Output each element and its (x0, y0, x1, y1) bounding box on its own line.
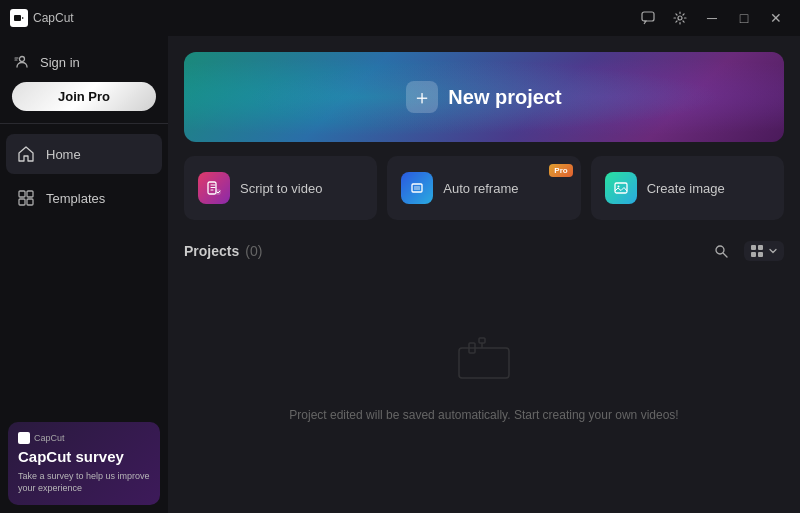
svg-rect-13 (615, 183, 627, 193)
new-project-label: New project (448, 86, 561, 109)
app-logo: CapCut (10, 9, 74, 27)
svg-rect-0 (14, 15, 21, 21)
projects-tools (706, 236, 784, 266)
svg-rect-12 (414, 186, 420, 190)
sidebar-item-home[interactable]: Home (6, 134, 162, 174)
svg-rect-6 (27, 191, 33, 197)
quick-actions: Script to video Auto reframe Pro (184, 156, 784, 220)
app-title: CapCut (33, 11, 74, 25)
sidebar-item-templates[interactable]: Templates (6, 178, 162, 218)
svg-point-3 (678, 16, 682, 20)
minimize-button[interactable]: ─ (698, 4, 726, 32)
sidebar: Sign in Join Pro Home (0, 36, 168, 513)
svg-point-4 (20, 57, 25, 62)
projects-header: Projects (0) (184, 236, 784, 266)
survey-logo: CapCut (18, 432, 150, 444)
join-pro-button[interactable]: Join Pro (12, 82, 156, 111)
chat-button[interactable] (634, 4, 662, 32)
sidebar-top: Sign in Join Pro (0, 36, 168, 124)
svg-point-10 (215, 189, 221, 195)
svg-point-15 (716, 246, 724, 254)
svg-rect-7 (19, 199, 25, 205)
title-bar-left: CapCut (10, 9, 74, 27)
title-bar: CapCut ─ □ ✕ (0, 0, 800, 36)
image-icon (605, 172, 637, 204)
maximize-button[interactable]: □ (730, 4, 758, 32)
new-project-plus-icon: ＋ (406, 81, 438, 113)
survey-logo-icon (18, 432, 30, 444)
svg-rect-5 (19, 191, 25, 197)
svg-rect-16 (751, 245, 756, 250)
create-image-card[interactable]: Create image (591, 156, 784, 220)
empty-text: Project edited will be saved automatical… (289, 408, 678, 422)
new-project-banner[interactable]: ＋ New project (184, 52, 784, 142)
svg-rect-23 (479, 338, 485, 343)
script-icon (198, 172, 230, 204)
reframe-icon (401, 172, 433, 204)
templates-label: Templates (46, 191, 105, 206)
projects-title: Projects (184, 243, 239, 259)
pro-badge: Pro (549, 164, 572, 177)
survey-card[interactable]: CapCut CapCut survey Take a survey to he… (8, 422, 160, 505)
search-button[interactable] (706, 236, 736, 266)
templates-icon (16, 188, 36, 208)
projects-title-area: Projects (0) (184, 243, 262, 259)
auto-reframe-card[interactable]: Auto reframe Pro (387, 156, 580, 220)
title-bar-right: ─ □ ✕ (634, 4, 790, 32)
logo-icon (10, 9, 28, 27)
svg-rect-18 (751, 252, 756, 257)
sign-in-row[interactable]: Sign in (12, 52, 156, 72)
sign-in-icon (12, 52, 32, 72)
survey-description: Take a survey to help us improve your ex… (18, 470, 150, 495)
script-to-video-label: Script to video (240, 181, 322, 196)
create-image-label: Create image (647, 181, 725, 196)
svg-rect-20 (459, 348, 509, 378)
main-layout: Sign in Join Pro Home (0, 36, 800, 513)
empty-state: Project edited will be saved automatical… (184, 278, 784, 442)
svg-point-14 (617, 186, 619, 188)
survey-title: CapCut survey (18, 448, 150, 466)
settings-button[interactable] (666, 4, 694, 32)
svg-rect-2 (642, 12, 654, 21)
empty-state-icon (444, 328, 524, 392)
sign-in-text: Sign in (40, 55, 80, 70)
svg-rect-8 (27, 199, 33, 205)
close-button[interactable]: ✕ (762, 4, 790, 32)
view-toggle[interactable] (744, 241, 784, 261)
script-to-video-card[interactable]: Script to video (184, 156, 377, 220)
svg-rect-17 (758, 245, 763, 250)
auto-reframe-label: Auto reframe (443, 181, 518, 196)
svg-marker-1 (22, 17, 24, 19)
sidebar-nav: Home Templates (0, 124, 168, 414)
projects-count: (0) (245, 243, 262, 259)
home-label: Home (46, 147, 81, 162)
home-icon (16, 144, 36, 164)
svg-rect-19 (758, 252, 763, 257)
content-area: ＋ New project Script to video (168, 36, 800, 513)
